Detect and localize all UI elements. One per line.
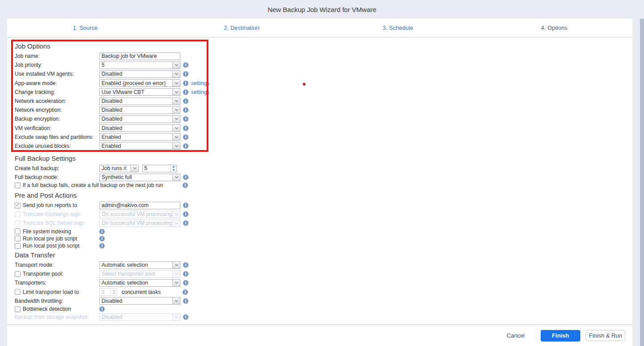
- vertical-scrollbar[interactable]: [640, 19, 644, 346]
- create-full-backup-count-spinner[interactable]: 5: [142, 165, 177, 172]
- row-backup-encryption: Backup encryption: Disabled: [15, 114, 209, 123]
- network-encryption-select[interactable]: Disabled: [99, 106, 180, 114]
- bottleneck-checkbox[interactable]: [15, 306, 20, 312]
- transporter-pool-select: Select transporter pool: [99, 270, 180, 278]
- finish-and-run-button[interactable]: Finish & Run: [586, 330, 625, 341]
- row-exclude-swap: Exclude swap files and partitions: Enabl…: [15, 133, 209, 142]
- tab-options[interactable]: 4. Options: [476, 19, 632, 37]
- select-value: Enabled: [100, 142, 172, 149]
- change-tracking-settings-link[interactable]: settings: [191, 89, 209, 95]
- spinner-arrows: [110, 289, 117, 295]
- fs-indexing-checkbox[interactable]: [15, 228, 20, 234]
- app-aware-settings-link[interactable]: settings: [191, 80, 209, 86]
- transport-mode-select[interactable]: Automatic selection: [99, 261, 180, 269]
- chevron-down-icon: [172, 71, 180, 77]
- row-send-reports: Send job run reports to: [15, 201, 188, 210]
- chevron-down-icon: [172, 174, 180, 181]
- info-icon[interactable]: [183, 212, 188, 217]
- info-icon[interactable]: [183, 107, 188, 113]
- info-icon[interactable]: [183, 220, 188, 226]
- row-network-encryption: Network encryption: Disabled: [15, 106, 209, 114]
- info-icon[interactable]: [99, 236, 105, 241]
- info-icon[interactable]: [183, 280, 188, 285]
- checkbox-label: Run local pre job script: [23, 236, 99, 242]
- exclude-unused-select[interactable]: Enabled: [99, 142, 180, 150]
- pre-script-checkbox[interactable]: [15, 236, 20, 241]
- app-aware-select[interactable]: Enabled (proceed on error): [99, 79, 180, 87]
- info-icon[interactable]: [183, 203, 188, 208]
- report-email-input[interactable]: [99, 202, 180, 209]
- row-transport-mode: Transport mode: Automatic selection: [15, 261, 188, 269]
- info-icon[interactable]: [183, 183, 188, 188]
- chevron-down-icon: [172, 271, 180, 277]
- transporter-pool-checkbox[interactable]: [15, 271, 20, 277]
- chevron-down-icon: [172, 62, 180, 69]
- row-bandwidth: Bandwidth throttling: Disabled: [15, 297, 188, 305]
- full-backup-mode-select[interactable]: Synthetic full: [99, 174, 180, 181]
- select-value: Disabled: [100, 125, 172, 131]
- job-name-input[interactable]: [99, 53, 180, 60]
- info-icon[interactable]: [183, 314, 188, 320]
- info-icon[interactable]: [183, 81, 188, 86]
- info-icon[interactable]: [183, 134, 188, 140]
- info-icon[interactable]: [183, 62, 188, 68]
- full-backup-fail-checkbox[interactable]: [15, 183, 20, 188]
- section-data-transfer: Data Transfer Transport mode: Automatic …: [15, 251, 188, 322]
- row-bottleneck: Bottleneck detection: [15, 305, 188, 313]
- info-icon[interactable]: [183, 289, 188, 295]
- chevron-down-icon: [172, 211, 180, 218]
- row-truncate-sql: Truncate SQL Server logs On successful V…: [15, 219, 188, 228]
- field-label: Job priority:: [15, 62, 99, 68]
- spinner-up-icon[interactable]: [171, 165, 176, 169]
- field-label: VM verification:: [15, 125, 99, 131]
- info-icon[interactable]: [183, 143, 188, 149]
- job-priority-select[interactable]: 5: [99, 61, 180, 69]
- tab-schedule[interactable]: 3. Schedule: [320, 19, 476, 37]
- info-icon[interactable]: [183, 175, 188, 180]
- backup-encryption-select[interactable]: Disabled: [99, 115, 180, 123]
- select-value: Enabled (proceed on error): [100, 80, 172, 86]
- info-icon[interactable]: [183, 116, 188, 122]
- info-icon[interactable]: [183, 90, 188, 95]
- chevron-down-icon: [130, 165, 138, 172]
- row-truncate-exchange: Truncate Exchange logs On successful VM …: [15, 210, 188, 219]
- field-label: Job name:: [15, 53, 99, 59]
- transporters-select[interactable]: Automatic selection: [99, 279, 180, 287]
- select-value: 5: [100, 62, 172, 69]
- exclude-swap-select[interactable]: Enabled: [99, 133, 180, 141]
- vm-agents-select[interactable]: Disabled: [99, 70, 180, 78]
- info-icon[interactable]: [183, 262, 188, 268]
- info-icon[interactable]: [183, 98, 188, 104]
- wizard-panel: 1. Source 2. Destination 3. Schedule 4. …: [7, 19, 632, 346]
- info-icon[interactable]: [183, 126, 188, 131]
- info-icon[interactable]: [99, 243, 105, 248]
- network-acceleration-select[interactable]: Disabled: [99, 98, 180, 105]
- vm-verification-select[interactable]: Disabled: [99, 124, 180, 132]
- select-value: Disabled: [100, 107, 172, 114]
- select-value: Disabled: [100, 116, 172, 122]
- info-icon[interactable]: [99, 229, 105, 234]
- tab-source[interactable]: 1. Source: [7, 19, 163, 37]
- limit-load-checkbox[interactable]: [15, 289, 20, 295]
- post-script-checkbox[interactable]: [15, 243, 20, 249]
- field-label: Network encryption:: [15, 107, 99, 113]
- field-label: Exclude swap files and partitions:: [15, 134, 99, 140]
- row-vm-verification: VM verification: Disabled: [15, 124, 209, 133]
- spinner-down-icon[interactable]: [171, 168, 176, 172]
- cancel-button[interactable]: Cancel: [507, 332, 525, 339]
- section-title: Full Backup Settings: [15, 155, 188, 164]
- info-icon[interactable]: [183, 298, 188, 304]
- chevron-down-icon: [172, 89, 180, 95]
- finish-button[interactable]: Finish: [541, 330, 580, 342]
- send-reports-checkbox[interactable]: [15, 203, 20, 208]
- info-icon[interactable]: [183, 71, 188, 77]
- change-tracking-select[interactable]: Use VMware CBT: [99, 88, 180, 96]
- tab-destination[interactable]: 2. Destination: [163, 19, 320, 37]
- field-label: Create full backup:: [15, 165, 99, 171]
- bandwidth-select[interactable]: Disabled: [99, 297, 180, 305]
- checkbox-label: Bottleneck detection: [23, 306, 99, 312]
- chevron-down-icon: [172, 297, 180, 304]
- info-icon[interactable]: [183, 271, 188, 277]
- create-full-backup-mode-select[interactable]: Job runs #: [99, 165, 139, 172]
- info-icon[interactable]: [99, 306, 105, 312]
